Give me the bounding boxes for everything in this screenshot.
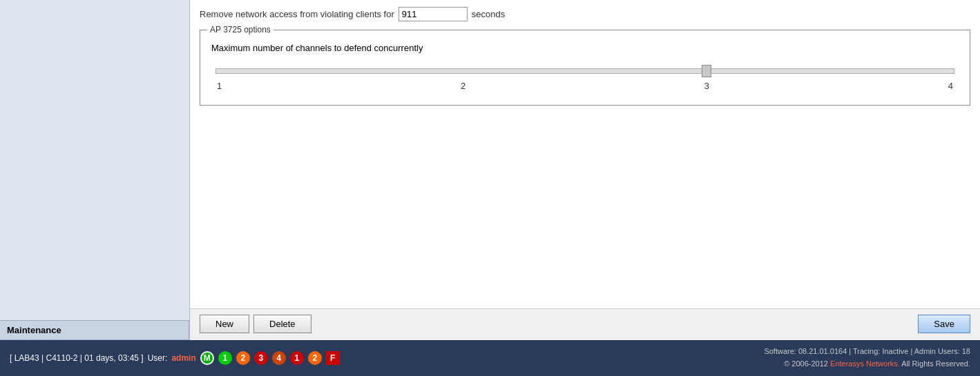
slider-label-2: 2 [461,81,465,91]
remove-access-label-before: Remove network access from violating cli… [200,9,394,19]
status-icon-2b[interactable]: 2 [308,351,322,365]
rights-text: All Rights Reserved. [901,359,970,368]
slider-label-1: 1 [217,81,222,91]
ap-options-legend: AP 3725 options [207,25,273,34]
main-area: Maintenance Remove network access from v… [0,0,980,340]
save-button[interactable]: Save [918,315,970,333]
slider-label-3: 3 [704,81,709,91]
new-button[interactable]: New [200,315,249,333]
button-bar: New Delete Save [190,308,980,340]
content-area: Remove network access from violating cli… [190,0,980,340]
slider-labels: 1 2 3 4 [215,81,954,91]
scroll-content: Remove network access from violating cli… [190,0,980,308]
status-username: admin [171,353,195,363]
maintenance-label: Maintenance [0,320,189,340]
seconds-input[interactable] [398,7,468,21]
status-user-label: User: [148,353,168,363]
channels-slider[interactable] [215,68,954,74]
status-icon-2a[interactable]: 2 [236,351,250,365]
status-left: [ LAB43 | C4110-2 | 01 days, 03:45 ] Use… [10,351,340,365]
status-icon-1b[interactable]: 1 [290,351,304,365]
delete-button[interactable]: Delete [253,315,311,333]
status-icon-1a[interactable]: 1 [218,351,232,365]
remove-access-label-after: seconds [472,9,505,19]
sidebar: Maintenance [0,0,190,340]
top-row: Remove network access from violating cli… [200,7,970,21]
status-icon-4[interactable]: 4 [272,351,286,365]
copyright-text: © 2006-2012 [784,359,828,368]
copyright-line: © 2006-2012 Enterasys Networks. All Righ… [764,358,970,370]
channels-label: Maximum number of channels to defend con… [211,43,959,53]
status-bar: [ LAB43 | C4110-2 | 01 days, 03:45 ] Use… [0,340,980,376]
status-icon-M[interactable]: M [200,351,214,365]
status-right: Software: 08.21.01.0164 | Tracing: Inact… [764,346,970,370]
status-bracket: [ LAB43 | C4110-2 | 01 days, 03:45 ] [10,353,144,363]
software-info: Software: 08.21.01.0164 | Tracing: Inact… [764,346,970,358]
status-icon-3[interactable]: 3 [254,351,268,365]
slider-container: 1 2 3 4 [211,66,959,91]
ap-options-box: AP 3725 options Maximum number of channe… [200,30,970,106]
status-icon-F[interactable]: F [326,351,340,365]
brand-text: Enterasys Networks. [830,359,900,368]
slider-track [215,66,954,77]
slider-label-4: 4 [948,81,953,91]
